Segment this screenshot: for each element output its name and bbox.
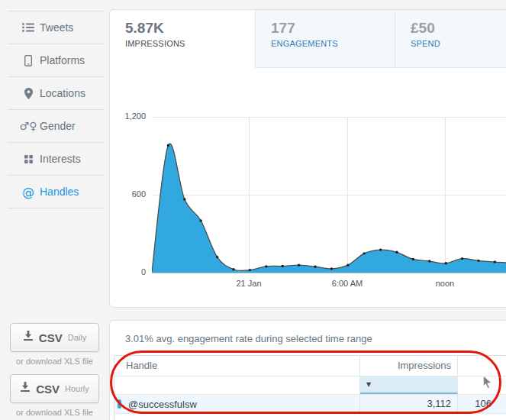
handle-value: @successfulsw <box>128 399 197 410</box>
table-header-row: Handle Impressions <box>114 356 506 376</box>
impressions-column-header[interactable]: Impressions <box>360 356 458 376</box>
handle-column-header[interactable]: Handle <box>114 356 360 376</box>
y-tick-600: 600 <box>110 189 146 199</box>
sidebar: Tweets Platforms Locations ♂♀ Gender <box>8 11 105 208</box>
sidebar-item-label: Locations <box>40 87 85 99</box>
sidebar-item-interests[interactable]: Interests <box>8 143 105 176</box>
xls-daily-link[interactable]: or download XLS file <box>0 357 109 366</box>
csv-hourly-label: CSV <box>36 383 60 396</box>
x-tick-noon: noon <box>411 279 479 288</box>
x-axis-baseline <box>152 273 506 273</box>
sidebar-item-platforms[interactable]: Platforms <box>8 44 105 77</box>
handle-cell: @successfulsw <box>114 395 360 413</box>
gender-icon: ♂♀ <box>19 120 37 132</box>
at-icon: @ <box>19 185 37 199</box>
csv-daily-button[interactable]: CSV Daily <box>10 323 99 352</box>
phone-icon <box>19 55 37 66</box>
sidebar-item-label: Gender <box>40 120 76 132</box>
download-icon <box>20 382 31 396</box>
csv-hourly-button[interactable]: CSV Hourly <box>10 374 99 403</box>
table-row[interactable]: @successfulsw 3,112 106 <box>114 395 506 414</box>
engagements-filter-cell <box>458 376 506 394</box>
list-icon <box>19 23 37 32</box>
grid-icon <box>19 155 37 163</box>
table-row-partial <box>114 414 506 420</box>
download-icon <box>23 331 34 344</box>
tab-engagements[interactable]: 177 ENGAGEMENTS <box>256 10 395 68</box>
impressions-value: 5.87K <box>125 20 255 37</box>
tab-impressions[interactable]: 5.87K IMPRESSIONS <box>110 10 256 68</box>
sidebar-item-label: Platforms <box>40 54 85 66</box>
x-tick-21jan: 21 Jan <box>214 279 283 288</box>
impressions-sort-dropdown[interactable]: ▼ <box>360 376 458 394</box>
engagements-value: 177 <box>271 20 395 37</box>
impressions-cell: 3,112 <box>360 395 458 413</box>
sidebar-item-label: Handles <box>40 186 79 198</box>
x-tick-6am: 6:00 AM <box>313 279 382 288</box>
sidebar-item-tweets[interactable]: Tweets <box>8 11 105 44</box>
csv-daily-variant: Daily <box>68 333 86 342</box>
impressions-area-chart[interactable] <box>152 117 506 273</box>
spend-value: £50 <box>411 20 506 37</box>
map-pin-icon <box>19 88 37 99</box>
chart-panel: 5.87K IMPRESSIONS 177 ENGAGEMENTS £50 SP… <box>109 9 506 308</box>
engagements-label: ENGAGEMENTS <box>271 39 395 48</box>
impressions-label: IMPRESSIONS <box>125 39 255 48</box>
y-tick-0: 0 <box>110 267 146 276</box>
series-color-key <box>118 399 121 409</box>
csv-daily-label: CSV <box>39 331 63 344</box>
sidebar-item-locations[interactable]: Locations <box>8 77 105 110</box>
engagements-cell: 106 <box>458 395 506 413</box>
analytics-dashboard: Tweets Platforms Locations ♂♀ Gender <box>0 0 506 420</box>
sidebar-item-label: Interests <box>40 153 81 165</box>
table-filter-row: ▼ <box>114 376 506 395</box>
sort-caret-icon: ▼ <box>366 381 371 388</box>
sidebar-item-handles[interactable]: @ Handles <box>8 176 105 208</box>
engagement-rate-summary: 3.01% avg. engagement rate during select… <box>125 333 372 344</box>
handles-panel: 3.01% avg. engagement rate during select… <box>109 320 506 420</box>
handles-table: Handle Impressions ▼ @successfulsw 3,112… <box>114 355 506 420</box>
y-tick-1200: 1,200 <box>110 111 146 121</box>
spend-label: SPEND <box>411 39 506 48</box>
engagements-column-header[interactable] <box>458 356 506 376</box>
sidebar-item-label: Tweets <box>40 21 73 34</box>
csv-hourly-variant: Hourly <box>65 384 89 393</box>
xls-hourly-link[interactable]: or download XLS file <box>0 408 109 417</box>
handle-filter-cell <box>114 376 360 394</box>
sidebar-item-gender[interactable]: ♂♀ Gender <box>8 110 105 143</box>
tab-spend[interactable]: £50 SPEND <box>395 10 506 68</box>
